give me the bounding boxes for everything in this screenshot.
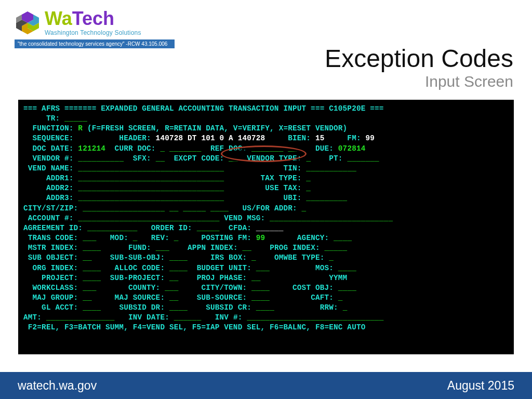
subproject-field[interactable]: __ bbox=[169, 274, 179, 282]
sfx-label: SFX: bbox=[124, 154, 155, 163]
mstrindex-label: MSTR INDEX: bbox=[23, 244, 83, 252]
invdate-label: INV DATE: bbox=[115, 313, 174, 322]
tin-field[interactable]: ___________ bbox=[306, 164, 356, 172]
caft-field[interactable]: _ bbox=[338, 294, 343, 302]
vendmsg-label: VEND MSG: bbox=[220, 214, 270, 222]
subobject-label: SUB OBJECT: bbox=[23, 254, 83, 262]
slide-subtitle: Input Screen bbox=[325, 73, 513, 90]
vendortype-label: VENDOR TYPE: bbox=[238, 154, 307, 163]
mos-label: MOS: bbox=[270, 264, 338, 272]
budgetunit-label: BUDGET UNIT: bbox=[188, 264, 256, 272]
footer: watech.wa.gov August 2015 bbox=[0, 372, 532, 399]
term-header: === AFRS ======= EXPANDED GENERAL ACCOUN… bbox=[23, 104, 384, 113]
title-block: Exception Codes Input Screen bbox=[325, 46, 513, 90]
currdoc-field[interactable]: _ _______ bbox=[160, 144, 201, 153]
taxtype-field[interactable]: _ bbox=[306, 174, 311, 182]
function-hint: (F=FRESH SCREEN, R=RETAIN DATA, V=VERIFY… bbox=[83, 124, 347, 132]
vendmsg-field[interactable]: ___________________________ bbox=[270, 214, 393, 222]
currdoc-label: CURR DOC: bbox=[105, 144, 160, 153]
postingfm-field[interactable]: 99 bbox=[256, 234, 265, 242]
orgindex-field[interactable]: ____ bbox=[83, 264, 101, 272]
addr3-field[interactable]: ________________________________ bbox=[78, 194, 224, 202]
majsource-label: MAJ SOURCE: bbox=[92, 294, 169, 302]
bien-value: 15 bbox=[315, 134, 325, 142]
subobject-field[interactable]: __ bbox=[83, 254, 92, 262]
invdate-field[interactable]: ______ bbox=[174, 313, 202, 322]
due-field[interactable]: 072814 bbox=[338, 144, 366, 153]
agreement-field[interactable]: ___________ bbox=[87, 224, 138, 232]
projphase-field[interactable]: __ bbox=[251, 274, 261, 282]
footer-right: August 2015 bbox=[447, 379, 514, 393]
progindex-field[interactable]: _____ bbox=[325, 244, 348, 252]
docdate-field[interactable]: 121214 bbox=[78, 144, 105, 153]
citytown-label: CITY/TOWN: bbox=[179, 284, 251, 292]
addr1-label: ADDR1: bbox=[23, 174, 78, 182]
vendor-field[interactable]: __________ bbox=[78, 154, 124, 163]
fund-field[interactable]: ___ bbox=[156, 244, 169, 252]
brand-sub: Washington Technology Solutions bbox=[45, 29, 141, 36]
amt-field[interactable]: _______________ bbox=[46, 313, 115, 322]
mod-field[interactable]: _ bbox=[133, 234, 138, 242]
orderid-field[interactable]: _____ bbox=[197, 224, 220, 232]
vendortype-field[interactable]: _ bbox=[306, 154, 311, 163]
rev-field[interactable]: _ bbox=[174, 234, 179, 242]
transcode-field[interactable]: ___ bbox=[83, 234, 96, 242]
glacct-field[interactable]: ____ bbox=[83, 303, 101, 312]
brand-wa: Wa bbox=[45, 8, 72, 29]
usetax-field[interactable]: _ bbox=[306, 184, 311, 192]
mos-field[interactable]: ____ bbox=[338, 264, 356, 272]
budgetunit-field[interactable]: ___ bbox=[256, 264, 270, 272]
irsbox-field[interactable]: _ bbox=[251, 254, 256, 262]
bien-label: BIEN: bbox=[265, 134, 315, 142]
logo-block: WaTech Washington Technology Solutions "… bbox=[15, 9, 176, 48]
omwbe-field[interactable]: _ bbox=[329, 254, 334, 262]
subsiddr-field[interactable]: ____ bbox=[169, 303, 188, 312]
excpt-field[interactable]: __ bbox=[229, 154, 238, 163]
sequence-label: SEQUENCE: HEADER: bbox=[23, 134, 156, 142]
function-label: FUNCTION: bbox=[23, 124, 78, 132]
appnindex-field[interactable]: __ bbox=[242, 244, 251, 252]
agency-field[interactable]: ____ bbox=[334, 234, 352, 242]
acct-field[interactable]: _______________________________ bbox=[78, 214, 219, 222]
citytown-field[interactable]: ____ bbox=[251, 284, 270, 292]
zip-field[interactable]: _____ bbox=[183, 204, 206, 212]
subsource-field[interactable]: ____ bbox=[251, 294, 270, 302]
hex-icon bbox=[15, 10, 41, 35]
refdoc-label: REF DOC: bbox=[201, 144, 251, 153]
usfor-field[interactable]: _ bbox=[302, 204, 307, 212]
project-field[interactable]: ____ bbox=[83, 274, 101, 282]
costobj-field[interactable]: ____ bbox=[338, 284, 356, 292]
usetax-label: USE TAX: bbox=[224, 184, 306, 192]
acct-label: ACCOUNT #: bbox=[23, 214, 78, 222]
amt-label: AMT: bbox=[23, 313, 46, 322]
subsubobj-field[interactable]: ____ bbox=[169, 254, 188, 262]
sfx-field[interactable]: __ bbox=[156, 154, 165, 163]
invnum-field[interactable]: ______________________________ bbox=[247, 313, 383, 322]
subsidcr-field[interactable]: ____ bbox=[256, 303, 274, 312]
fkeys-hint: F2=REL, F3=BATCH SUMM, F4=VEND SEL, F5=I… bbox=[23, 323, 365, 331]
function-field[interactable]: R bbox=[78, 124, 83, 132]
majgroup-field[interactable]: __ bbox=[83, 294, 92, 302]
transcode-label: TRANS CODE: bbox=[23, 234, 83, 242]
costobj-label: COST OBJ: bbox=[270, 284, 338, 292]
st-field[interactable]: __ bbox=[169, 204, 179, 212]
ubi-field[interactable]: _________ bbox=[306, 194, 347, 202]
vendname-field[interactable]: ________________________________ bbox=[78, 164, 224, 172]
zip4-field[interactable]: ____ bbox=[210, 204, 229, 212]
refdoc-field[interactable]: _______ __ bbox=[251, 144, 297, 153]
addr2-field[interactable]: ________________________________ bbox=[78, 184, 224, 192]
rrw-field[interactable]: _ bbox=[343, 303, 348, 312]
alloccode-field[interactable]: ____ bbox=[169, 264, 188, 272]
pt-field[interactable]: _______ bbox=[347, 154, 379, 163]
cfda-field[interactable]: ______ bbox=[256, 224, 284, 232]
caft-label: CAFT: bbox=[270, 294, 338, 302]
workclass-field[interactable]: ___ bbox=[83, 284, 96, 292]
county-field[interactable]: ___ bbox=[165, 284, 178, 292]
fm-label: FM: bbox=[324, 134, 365, 142]
addr1-field[interactable]: ________________________________ bbox=[78, 174, 224, 182]
city-field[interactable]: __________________ bbox=[83, 204, 165, 212]
majsource-field[interactable]: __ bbox=[169, 294, 179, 302]
mstrindex-field[interactable]: ____ bbox=[83, 244, 101, 252]
logo-row: WaTech Washington Technology Solutions bbox=[15, 9, 176, 36]
tr-field[interactable]: _____ bbox=[64, 114, 87, 123]
